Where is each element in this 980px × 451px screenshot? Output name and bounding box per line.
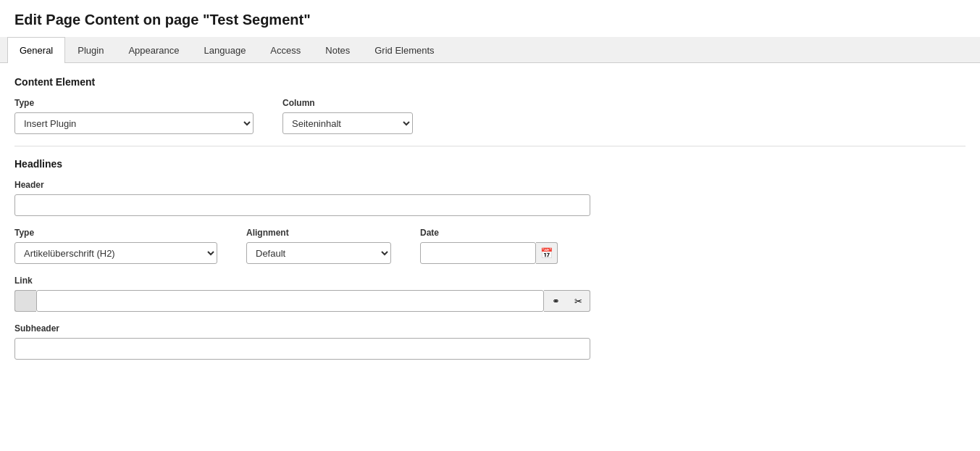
type-select[interactable]: Insert Plugin <box>14 112 254 134</box>
subheader-group: Subheader <box>14 323 966 360</box>
tabs-bar: General Plugin Appearance Language Acces… <box>0 37 980 63</box>
alignment-select[interactable]: Default <box>246 242 391 264</box>
link-picker-button[interactable]: ⚭ <box>544 290 567 312</box>
tab-general[interactable]: General <box>7 37 65 63</box>
link-picker-icon: ⚭ <box>552 296 560 307</box>
subheader-input[interactable] <box>14 338 590 360</box>
type-alignment-date-row: Type Artikelüberschrift (H2) Alignment D… <box>14 228 966 264</box>
subheader-label: Subheader <box>14 323 966 334</box>
tab-notes[interactable]: Notes <box>313 37 362 63</box>
date-input-wrapper: 📅 <box>420 242 966 264</box>
headline-type-select[interactable]: Artikelüberschrift (H2) <box>14 242 217 264</box>
header-group: Header <box>14 180 966 216</box>
header-input[interactable] <box>14 194 590 216</box>
page-wrapper: Edit Page Content on page "Test Segment"… <box>0 0 980 451</box>
headline-type-label: Type <box>14 228 217 238</box>
date-group: Date 📅 <box>420 228 966 264</box>
link-clear-button[interactable]: ✂ <box>567 290 590 312</box>
link-input-wrapper: ⚭ ✂ <box>14 290 590 312</box>
header-label: Header <box>14 180 966 190</box>
column-select[interactable]: Seiteninhalt <box>282 112 413 134</box>
date-label: Date <box>420 228 966 238</box>
tab-grid-elements[interactable]: Grid Elements <box>362 37 446 63</box>
headline-type-group: Type Artikelüberschrift (H2) <box>14 228 217 264</box>
type-label: Type <box>14 98 254 108</box>
column-label: Column <box>282 98 413 108</box>
page-title: Edit Page Content on page "Test Segment" <box>0 0 980 37</box>
link-color-button[interactable] <box>14 290 36 312</box>
section-divider-1 <box>14 146 966 146</box>
tab-plugin[interactable]: Plugin <box>65 37 116 63</box>
headlines-section-title: Headlines <box>14 158 966 170</box>
link-label: Link <box>14 276 966 286</box>
tab-access[interactable]: Access <box>258 37 313 63</box>
link-clear-icon: ✂ <box>574 296 582 307</box>
calendar-icon: 📅 <box>540 247 553 259</box>
type-group: Type Insert Plugin <box>14 98 254 134</box>
alignment-group: Alignment Default <box>246 228 391 264</box>
link-input[interactable] <box>36 290 544 312</box>
date-input[interactable] <box>420 242 536 264</box>
tab-language[interactable]: Language <box>192 37 259 63</box>
alignment-label: Alignment <box>246 228 391 238</box>
content-element-row: Type Insert Plugin Column Seiteninhalt <box>14 98 966 134</box>
link-group: Link ⚭ ✂ <box>14 276 966 312</box>
content-area: Content Element Type Insert Plugin Colum… <box>0 63 980 384</box>
link-section: Link ⚭ ✂ <box>14 276 966 312</box>
column-group: Column Seiteninhalt <box>282 98 413 134</box>
calendar-button[interactable]: 📅 <box>536 242 558 264</box>
tab-appearance[interactable]: Appearance <box>116 37 191 63</box>
content-element-section-title: Content Element <box>14 76 966 88</box>
